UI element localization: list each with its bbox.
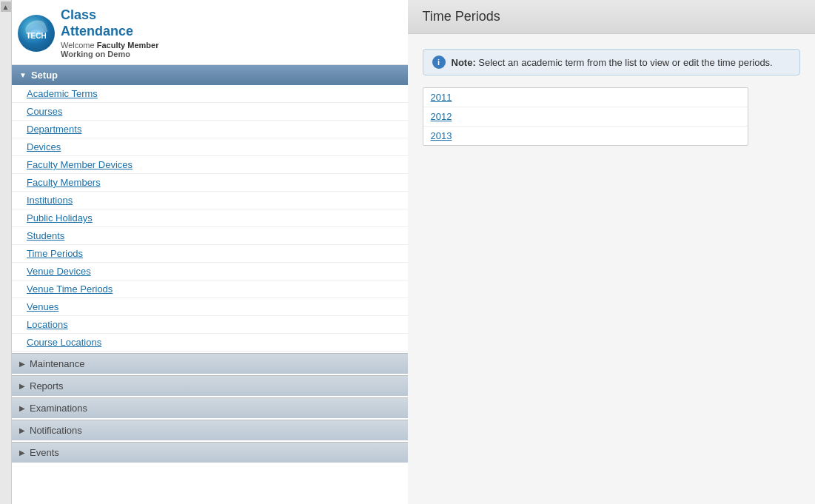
sidebar-item-venues[interactable]: Venues	[12, 298, 408, 316]
sidebar-item-course-locations[interactable]: Course Locations	[12, 334, 408, 352]
maintenance-label: Maintenance	[30, 358, 84, 369]
sidebar-item-devices[interactable]: Devices	[12, 138, 408, 156]
welcome-text: Welcome Faculty Member	[61, 41, 158, 50]
app-class-label: Class	[61, 7, 158, 24]
app-header: TECH Class Attendance Welcome Faculty Me…	[12, 0, 408, 65]
sidebar-item-venue-devices[interactable]: Venue Devices	[12, 263, 408, 280]
app-logo: TECH	[18, 15, 55, 52]
reports-arrow-icon: ▶	[19, 382, 25, 390]
sidebar-item-time-periods[interactable]: Time Periods	[12, 245, 408, 263]
note-prefix: Note:	[452, 57, 476, 68]
sidebar-item-courses[interactable]: Courses	[12, 103, 408, 121]
year-item-year-2013[interactable]: 2013	[423, 127, 748, 145]
notifications-label: Notifications	[30, 425, 82, 436]
sidebar-item-faculty-member-devices[interactable]: Faculty Member Devices	[12, 156, 408, 174]
year-list: 201120122013	[423, 87, 748, 146]
page-title: Time Periods	[423, 9, 801, 24]
year-item-year-2012[interactable]: 2012	[423, 107, 748, 127]
note-text: Note: Select an academic term from the l…	[452, 57, 773, 68]
working-text: Working on Demo	[61, 50, 158, 58]
sidebar-item-faculty-members[interactable]: Faculty Members	[12, 174, 408, 192]
examinations-label: Examinations	[30, 403, 87, 414]
setup-label: Setup	[31, 70, 58, 81]
sidebar-item-institutions[interactable]: Institutions	[12, 192, 408, 209]
content-area: i Note: Select an academic term from the…	[408, 34, 816, 504]
reports-label: Reports	[30, 380, 64, 392]
info-icon: i	[432, 56, 446, 69]
section-notifications[interactable]: ▶Notifications	[12, 420, 408, 440]
sidebar-item-departments[interactable]: Departments	[12, 121, 408, 138]
page-header: Time Periods	[408, 0, 816, 34]
notifications-arrow-icon: ▶	[19, 426, 25, 434]
sidebar-item-public-holidays[interactable]: Public Holidays	[12, 209, 408, 227]
faculty-label: Faculty Member	[97, 41, 159, 50]
section-maintenance[interactable]: ▶Maintenance	[12, 353, 408, 374]
collapsed-sections-container: ▶Maintenance▶Reports▶Examinations▶Notifi…	[12, 353, 408, 463]
maintenance-arrow-icon: ▶	[19, 360, 25, 368]
section-examinations[interactable]: ▶Examinations	[12, 397, 408, 418]
year-item-year-2011[interactable]: 2011	[423, 88, 748, 107]
section-reports[interactable]: ▶Reports	[12, 375, 408, 396]
app-attendance-label: Attendance	[61, 24, 158, 40]
sidebar-item-academic-terms[interactable]: Academic Terms	[12, 85, 408, 103]
sidebar-item-locations[interactable]: Locations	[12, 316, 408, 334]
svg-text:TECH: TECH	[26, 32, 46, 40]
events-label: Events	[30, 447, 59, 458]
sidebar-item-venue-time-periods[interactable]: Venue Time Periods	[12, 280, 408, 298]
events-arrow-icon: ▶	[19, 448, 25, 457]
svg-point-0	[26, 23, 47, 44]
setup-section-header[interactable]: ▼ Setup	[12, 65, 408, 85]
examinations-arrow-icon: ▶	[19, 404, 25, 412]
scroll-up-arrow[interactable]: ▲	[1, 1, 11, 12]
nav-items-container: Academic TermsCoursesDepartmentsDevicesF…	[12, 85, 408, 352]
note-box: i Note: Select an academic term from the…	[423, 49, 801, 75]
note-body: Select an academic term from the list to…	[476, 57, 773, 68]
section-events[interactable]: ▶Events	[12, 442, 408, 463]
sidebar-item-students[interactable]: Students	[12, 227, 408, 245]
setup-arrow-icon: ▼	[19, 71, 27, 79]
